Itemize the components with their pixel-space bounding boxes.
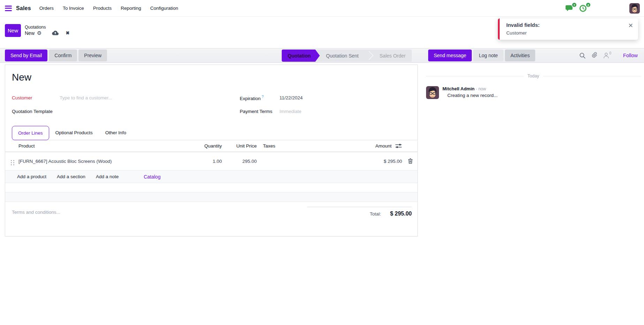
drag-handle-icon[interactable] [7,160,15,165]
user-avatar[interactable] [629,3,640,14]
table-header-row: Product Quantity Unit Price Taxes Amount [5,140,417,152]
toast-body: Customer [506,30,624,36]
status-bar: Quotation Quotation Sent Sales Order [282,50,412,62]
menu-orders[interactable]: Orders [39,6,54,11]
chatter-message: Mitchell Admin - now Creating a new reco… [426,86,641,99]
status-quotation-sent[interactable]: Quotation Sent [320,50,365,62]
menu-configuration[interactable]: Configuration [150,6,178,11]
message-body: Creating a new record... [447,93,498,98]
order-lines-table: Product Quantity Unit Price Taxes Amount [5,140,417,171]
expiration-label: Expiration? [240,95,280,101]
save-cloud-icon[interactable] [52,30,59,36]
confirm-button[interactable]: Confirm [49,50,77,61]
status-sales-order[interactable]: Sales Order [373,50,412,62]
apps-menu-icon[interactable] [5,6,12,11]
header-product: Product [17,140,195,152]
tab-order-lines[interactable]: Order Lines [12,126,49,140]
record-title[interactable]: New [12,72,417,83]
attachment-paperclip-icon[interactable] [591,52,598,59]
cell-unit-price[interactable]: 295.00 [223,152,258,171]
activities-clock-icon[interactable]: 2 [579,4,588,13]
preview-button[interactable]: Preview [78,50,107,61]
tab-optional-products[interactable]: Optional Products [49,126,99,140]
chatter-panel: Today Mitchell Admin - now Creating a ne… [426,65,641,99]
activities-badge: 2 [585,2,591,8]
tab-other-info[interactable]: Other Info [99,126,132,140]
breadcrumb-parent[interactable]: Quotations [25,25,69,30]
sheet-footer: Terms and conditions... Total: $ 295.00 [5,207,417,217]
menu-products[interactable]: Products [93,6,112,11]
toast-title: Invalid fields: [506,22,624,28]
breadcrumb-current: New [25,30,35,36]
top-navbar: Sales Orders To Invoice Products Reporti… [0,0,644,17]
notebook-tabs: Order Lines Optional Products Other Info [12,126,417,140]
messages-badge: 7 [571,2,577,8]
breadcrumb-bar: New Quotations New ⚙ ✖ [0,20,69,40]
breadcrumb: Quotations New ⚙ ✖ [25,25,69,36]
help-icon[interactable]: ? [262,95,264,99]
catalog-link[interactable]: Catalog [144,174,160,180]
activities-button[interactable]: Activities [505,50,535,61]
menu-to-invoice[interactable]: To Invoice [63,6,84,11]
avatar-image [426,86,439,99]
status-quotation[interactable]: Quotation [282,50,320,62]
header-amount: Amount [349,140,403,152]
date-divider: Today [426,74,641,78]
avatar-image [629,3,640,14]
message-time: - now [476,86,486,91]
cell-amount: $ 295.00 [349,152,403,171]
line-actions-row: Add a product Add a section Add a note C… [5,171,417,183]
order-line-row: [FURN_6667] Acoustic Bloc Screens (Wood)… [5,152,417,171]
expiration-value[interactable]: 11/22/2024 [280,95,303,100]
empty-row [5,192,417,202]
optional-columns-icon[interactable] [395,143,402,149]
gear-icon[interactable]: ⚙ [37,30,41,36]
chatter-toolbar: Send message Log note Activities 0 [428,50,638,61]
discard-icon[interactable]: ✖ [66,30,69,36]
terms-input[interactable]: Terms and conditions... [5,207,307,217]
search-messages-icon[interactable] [579,52,586,59]
header-taxes: Taxes [258,140,349,152]
payment-terms-input[interactable]: Immediate [280,109,302,114]
customer-label: Customer [12,95,60,100]
add-note-link[interactable]: Add a note [96,174,119,179]
invalid-fields-toast: Invalid fields: Customer ✕ [498,18,638,40]
messages-icon[interactable]: 7 [565,4,574,13]
quotation-form-sheet: New Customer Expiration? 11/22/2024 Quot… [5,65,418,236]
follow-button[interactable]: Follow [623,53,638,58]
header-quantity: Quantity [195,140,223,152]
add-section-link[interactable]: Add a section [57,174,85,179]
log-note-button[interactable]: Log note [473,50,503,61]
totals-block: Total: $ 295.00 [307,207,412,217]
cell-quantity[interactable]: 1.00 [195,152,223,171]
message-avatar[interactable] [426,86,439,99]
toast-close-icon[interactable]: ✕ [628,22,633,29]
form-fields: Customer Expiration? 11/22/2024 Quotatio… [12,91,417,118]
navbar-systray: 7 2 [565,4,588,13]
payment-terms-label: Payment Terms [240,109,280,114]
customer-input[interactable] [60,95,157,100]
app-title[interactable]: Sales [16,5,31,12]
message-author[interactable]: Mitchell Admin [442,86,475,91]
send-message-button[interactable]: Send message [428,50,472,61]
add-product-link[interactable]: Add a product [17,174,46,179]
send-by-email-button[interactable]: Send by Email [5,50,47,61]
chevron-separator-icon [365,50,373,62]
header-unit-price: Unit Price [223,140,258,152]
cell-taxes[interactable] [258,152,349,171]
followers-icon[interactable]: 0 [603,52,612,59]
delete-line-icon[interactable] [405,158,416,164]
menu-reporting[interactable]: Reporting [121,6,141,11]
main-menu: Orders To Invoice Products Reporting Con… [39,6,178,11]
action-bar: Send by Email Confirm Preview Quotation … [0,48,644,63]
total-label: Total: [370,211,381,217]
total-value: $ 295.00 [390,211,412,217]
quotation-template-label: Quotation Template [12,109,60,114]
cell-product[interactable]: [FURN_6667] Acoustic Bloc Screens (Wood) [17,152,195,171]
new-button[interactable]: New [5,24,21,37]
followers-count: 0 [609,51,612,55]
empty-row [5,183,417,192]
